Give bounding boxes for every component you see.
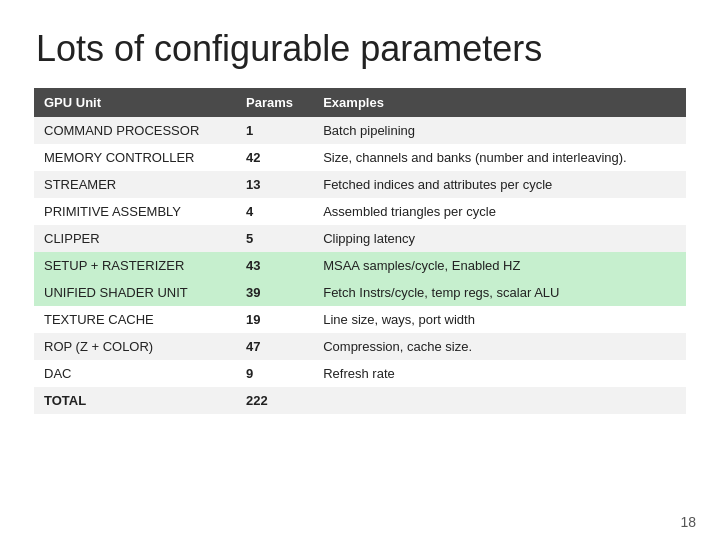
- cell-params: 42: [236, 144, 313, 171]
- cell-unit: CLIPPER: [34, 225, 236, 252]
- cell-params: 5: [236, 225, 313, 252]
- cell-examples: Refresh rate: [313, 360, 686, 387]
- col-header-examples: Examples: [313, 88, 686, 117]
- cell-unit: PRIMITIVE ASSEMBLY: [34, 198, 236, 225]
- cell-unit: TEXTURE CACHE: [34, 306, 236, 333]
- cell-unit: ROP (Z + COLOR): [34, 333, 236, 360]
- cell-params: 9: [236, 360, 313, 387]
- cell-params: 43: [236, 252, 313, 279]
- table-row: MEMORY CONTROLLER42Size, channels and ba…: [34, 144, 686, 171]
- table-row: TEXTURE CACHE19Line size, ways, port wid…: [34, 306, 686, 333]
- cell-examples: Clipping latency: [313, 225, 686, 252]
- table-row: ROP (Z + COLOR)47Compression, cache size…: [34, 333, 686, 360]
- table-body: COMMAND PROCESSOR1Batch pipeliningMEMORY…: [34, 117, 686, 414]
- table-row: CLIPPER5Clipping latency: [34, 225, 686, 252]
- table-row: STREAMER13Fetched indices and attributes…: [34, 171, 686, 198]
- table-row: COMMAND PROCESSOR1Batch pipelining: [34, 117, 686, 144]
- cell-unit: COMMAND PROCESSOR: [34, 117, 236, 144]
- cell-examples: Line size, ways, port width: [313, 306, 686, 333]
- cell-examples: Fetched indices and attributes per cycle: [313, 171, 686, 198]
- table-row: UNIFIED SHADER UNIT39Fetch Instrs/cycle,…: [34, 279, 686, 306]
- cell-examples: [313, 387, 686, 414]
- cell-params: 13: [236, 171, 313, 198]
- col-header-params: Params: [236, 88, 313, 117]
- cell-unit: UNIFIED SHADER UNIT: [34, 279, 236, 306]
- cell-examples: Assembled triangles per cycle: [313, 198, 686, 225]
- cell-examples: MSAA samples/cycle, Enabled HZ: [313, 252, 686, 279]
- cell-examples: Compression, cache size.: [313, 333, 686, 360]
- cell-params: 222: [236, 387, 313, 414]
- table-row: SETUP + RASTERIZER43MSAA samples/cycle, …: [34, 252, 686, 279]
- cell-examples: Size, channels and banks (number and int…: [313, 144, 686, 171]
- cell-params: 47: [236, 333, 313, 360]
- page-title: Lots of configurable parameters: [0, 0, 720, 88]
- cell-unit: MEMORY CONTROLLER: [34, 144, 236, 171]
- col-header-unit: GPU Unit: [34, 88, 236, 117]
- cell-params: 39: [236, 279, 313, 306]
- table-row: DAC9Refresh rate: [34, 360, 686, 387]
- params-table-wrapper: GPU Unit Params Examples COMMAND PROCESS…: [0, 88, 720, 414]
- cell-params: 1: [236, 117, 313, 144]
- cell-unit: TOTAL: [34, 387, 236, 414]
- table-row: PRIMITIVE ASSEMBLY4Assembled triangles p…: [34, 198, 686, 225]
- cell-params: 19: [236, 306, 313, 333]
- table-header-row: GPU Unit Params Examples: [34, 88, 686, 117]
- cell-examples: Fetch Instrs/cycle, temp regs, scalar AL…: [313, 279, 686, 306]
- cell-unit: SETUP + RASTERIZER: [34, 252, 236, 279]
- cell-unit: DAC: [34, 360, 236, 387]
- cell-unit: STREAMER: [34, 171, 236, 198]
- table-row: TOTAL222: [34, 387, 686, 414]
- page-number: 18: [680, 514, 696, 530]
- cell-examples: Batch pipelining: [313, 117, 686, 144]
- cell-params: 4: [236, 198, 313, 225]
- params-table: GPU Unit Params Examples COMMAND PROCESS…: [34, 88, 686, 414]
